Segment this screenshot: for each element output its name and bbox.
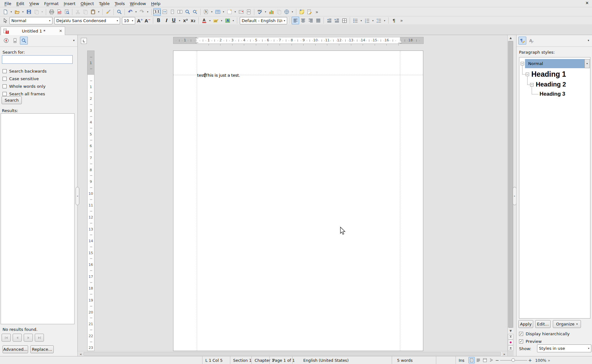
collapse-icon[interactable]: − [526, 73, 529, 76]
open-dropdown[interactable]: ▾ [21, 8, 25, 16]
cursor-position[interactable]: L 1 Col 5 [202, 356, 230, 364]
spell-check-button[interactable] [256, 8, 263, 16]
insert-chart-button[interactable] [268, 8, 275, 16]
bullet-list-dropdown[interactable]: ▾ [359, 17, 363, 24]
edit-mode-button[interactable] [305, 8, 313, 16]
align-left-button[interactable] [292, 17, 299, 24]
outline-view-button[interactable] [488, 357, 495, 363]
font-name-select[interactable]: DejaVu Sans Condensed▾ [54, 17, 120, 24]
first-result-button[interactable] [2, 334, 11, 342]
numbered-list-button[interactable] [363, 17, 371, 24]
insert-formula-button[interactable]: λ [202, 8, 210, 16]
page-setup-button[interactable] [245, 8, 252, 16]
cut-button[interactable] [74, 8, 82, 16]
italic-button[interactable]: I [162, 17, 170, 24]
zoom-slider-thumb[interactable] [511, 358, 515, 362]
borders-button[interactable] [341, 17, 348, 24]
hyperlink-button[interactable] [283, 8, 290, 16]
left-panel-splitter-handle[interactable]: ◂ [76, 187, 79, 205]
new-document-dropdown[interactable]: ▾ [9, 8, 13, 16]
checkbox[interactable]: ✓ [519, 332, 523, 336]
redo-dropdown[interactable]: ▾ [146, 8, 150, 16]
collapse-icon[interactable]: − [530, 83, 534, 87]
next-result-button[interactable] [24, 334, 33, 342]
decrease-indent-button[interactable] [325, 17, 333, 24]
copy-button[interactable] [82, 8, 89, 16]
panel-menu-dropdown-icon[interactable]: ▾ [73, 39, 75, 42]
page-indicator[interactable]: Page 1 of 1 [269, 356, 292, 364]
web-view-button[interactable] [482, 357, 488, 363]
print-layout-view-button[interactable] [468, 357, 475, 363]
grow-font-button[interactable]: A+ [136, 17, 144, 24]
insert-formula-dropdown[interactable]: ▾ [210, 8, 214, 16]
paragraph-style-select[interactable]: Normal▾ [9, 17, 52, 24]
outline-list-button[interactable] [375, 17, 383, 24]
zoom-button[interactable] [184, 8, 191, 16]
insert-note-button[interactable] [298, 8, 305, 16]
menu-tools[interactable]: Tools [112, 1, 127, 7]
menu-view[interactable]: View [27, 1, 42, 7]
highlight-color-dropdown[interactable]: ▾ [220, 17, 224, 24]
zoom-page-width-button[interactable] [161, 8, 168, 16]
find-button[interactable] [115, 8, 123, 16]
window-close-button[interactable]: ✕ [585, 1, 589, 5]
font-size-select[interactable]: 10▾ [122, 17, 135, 24]
dynamic-zoom-button[interactable] [191, 8, 199, 16]
bullet-list-button[interactable] [352, 17, 359, 24]
clone-formatting-button[interactable] [104, 8, 112, 16]
print-button[interactable] [48, 8, 55, 16]
language-select[interactable]: Default - English (United▾ [240, 17, 287, 24]
last-result-button[interactable] [35, 334, 44, 342]
insert-table-button[interactable] [214, 8, 221, 16]
shrink-font-button[interactable]: A− [144, 17, 151, 24]
pages-tab[interactable] [11, 37, 19, 45]
align-justify-button[interactable] [314, 17, 322, 24]
numbered-list-dropdown[interactable]: ▾ [371, 17, 375, 24]
tab-stop-type-button[interactable] [81, 38, 87, 44]
paste-dropdown[interactable]: ▾ [97, 8, 101, 16]
scroll-down-icon[interactable]: ▼ [508, 328, 514, 334]
checkbox[interactable]: ✓ [519, 339, 523, 343]
apply-button[interactable]: Apply [518, 320, 533, 328]
new-document-button[interactable] [2, 8, 9, 16]
checkbox[interactable] [3, 69, 7, 73]
panel-menu-dropdown-icon[interactable]: ▾ [588, 39, 589, 42]
menu-object[interactable]: Object [78, 1, 96, 7]
previous-result-button[interactable] [13, 334, 22, 342]
scroll-left-icon[interactable]: ◂ [78, 352, 83, 356]
open-button[interactable] [13, 8, 21, 16]
collapse-icon[interactable]: − [521, 62, 524, 65]
checkbox[interactable] [3, 92, 7, 96]
language-indicator[interactable]: English (United States) [292, 356, 392, 364]
style-item-normal[interactable]: Normal [525, 59, 584, 68]
bold-button[interactable]: B [155, 17, 162, 24]
hyperlink-dropdown[interactable]: ▾ [290, 8, 294, 16]
vertical-scrollbar-thumb[interactable] [508, 41, 513, 328]
scroll-right-icon[interactable]: ▸ [502, 352, 507, 356]
document-page[interactable]: testThis is just a test. [173, 51, 423, 351]
horizontal-ruler[interactable]: 11234567891011121314151618 [173, 37, 424, 44]
print-preview-button[interactable] [63, 8, 70, 16]
menu-window[interactable]: Window [127, 1, 148, 7]
advanced-button[interactable]: Advanced... [3, 345, 28, 353]
redo-button[interactable]: ↷ [138, 8, 146, 16]
insert-mode[interactable]: Ins [456, 356, 467, 364]
insert-table-dropdown[interactable]: ▾ [221, 8, 226, 16]
zoom-two-pages-button[interactable] [176, 8, 184, 16]
replace-button[interactable]: Replace... [30, 345, 54, 353]
next-page-button[interactable] [508, 345, 513, 351]
style-item-heading1[interactable]: Heading 1 [531, 70, 566, 79]
increase-indent-button[interactable] [333, 17, 341, 24]
export-pdf-button[interactable] [55, 8, 63, 16]
undo-dropdown[interactable]: ▾ [134, 8, 138, 16]
navigation-selector-button[interactable] [508, 340, 513, 345]
style-item-dropdown[interactable]: ▾ [584, 59, 590, 68]
zoom-whole-page-button[interactable] [168, 8, 176, 16]
vertical-ruler[interactable]: 11234567891011121314151617181920212223 [87, 51, 94, 351]
menu-table[interactable]: Table [96, 1, 112, 7]
zoom-in-button[interactable]: + [528, 356, 532, 364]
formatting-marks-button[interactable]: ¶ [390, 17, 398, 24]
normal-view-button[interactable] [475, 357, 481, 363]
outline-list-dropdown[interactable]: ▾ [383, 17, 387, 24]
menu-help[interactable]: Help [148, 1, 163, 7]
